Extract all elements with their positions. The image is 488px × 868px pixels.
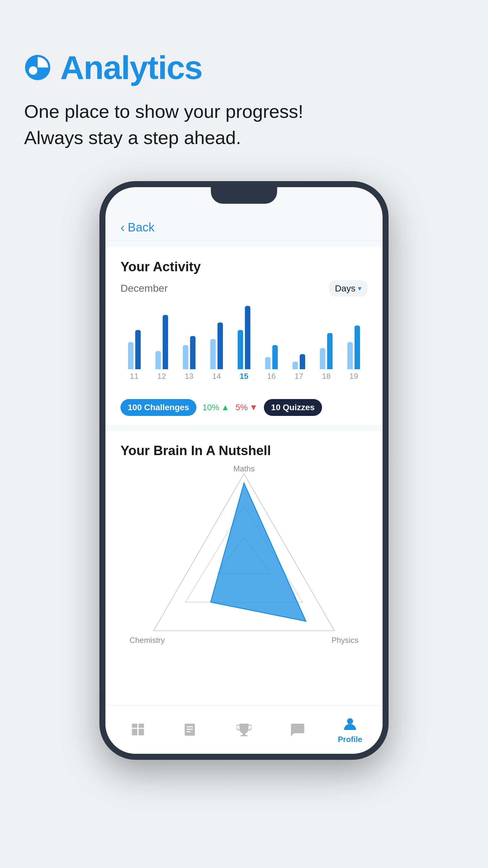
svg-rect-9 bbox=[138, 724, 144, 728]
svg-rect-11 bbox=[187, 729, 193, 730]
bar-group-14: 14 bbox=[206, 303, 227, 381]
phone-container: ‹ Back Your Activity December Days ▾ bbox=[0, 169, 488, 760]
triangle-chart: Maths Chemistry Physics bbox=[121, 464, 367, 645]
nav-item-book[interactable] bbox=[164, 721, 218, 738]
stats-row: 100 Challenges 10% ▲ 5% ▼ 10 Quizzes bbox=[105, 393, 383, 425]
page-title: Analytics bbox=[60, 48, 202, 87]
profile-icon bbox=[341, 715, 358, 733]
bar-dark bbox=[135, 330, 141, 369]
month-label: December bbox=[121, 282, 168, 294]
svg-rect-14 bbox=[240, 735, 248, 736]
days-selector[interactable]: Days ▾ bbox=[329, 280, 367, 297]
back-chevron-icon: ‹ bbox=[121, 220, 125, 235]
bar-group-17: 17 bbox=[288, 303, 310, 381]
bar-chart: 11 12 bbox=[121, 306, 367, 384]
change-up: 10% ▲ bbox=[202, 403, 230, 412]
svg-rect-7 bbox=[138, 729, 144, 735]
bar-light bbox=[156, 351, 161, 369]
bar-dark bbox=[218, 322, 223, 369]
chemistry-label: Chemistry bbox=[130, 636, 165, 645]
bar-light bbox=[347, 342, 353, 369]
bar-group-18: 18 bbox=[316, 303, 337, 381]
bar-label: 16 bbox=[267, 372, 276, 381]
bar-group-19: 19 bbox=[343, 303, 364, 381]
bar-label: 17 bbox=[295, 372, 303, 381]
bar-dark bbox=[190, 336, 195, 369]
challenges-badge: 100 Challenges bbox=[121, 399, 196, 416]
phone-notch bbox=[211, 187, 277, 204]
nav-item-trophy[interactable] bbox=[218, 721, 270, 738]
quizzes-badge: 10 Quizzes bbox=[264, 399, 322, 416]
phone-frame: ‹ Back Your Activity December Days ▾ bbox=[99, 181, 389, 760]
bar-dark bbox=[300, 354, 305, 369]
svg-point-1 bbox=[29, 66, 37, 75]
maths-label: Maths bbox=[233, 464, 255, 473]
bar-light bbox=[265, 357, 270, 369]
back-nav[interactable]: ‹ Back bbox=[105, 211, 383, 241]
bar-light bbox=[183, 345, 188, 369]
bar-light bbox=[210, 339, 216, 369]
bar-med bbox=[355, 326, 360, 369]
nav-item-profile[interactable]: Profile bbox=[324, 715, 377, 744]
header-subtitle: One place to show your progress! Always … bbox=[24, 98, 464, 151]
nav-item-home[interactable] bbox=[111, 721, 164, 738]
bar-group-13: 13 bbox=[178, 303, 200, 381]
bar-label: 18 bbox=[322, 372, 331, 381]
bar-label-active: 15 bbox=[240, 372, 249, 381]
brain-title: Your Brain In A Nutshell bbox=[121, 443, 367, 458]
bottom-nav: Profile bbox=[105, 706, 383, 754]
arrow-down-icon: ▼ bbox=[250, 403, 258, 412]
bar-light bbox=[293, 362, 298, 369]
bar-group-12: 12 bbox=[151, 303, 172, 381]
nav-item-chat[interactable] bbox=[270, 721, 324, 738]
svg-rect-6 bbox=[132, 729, 137, 735]
radar-chart-svg bbox=[121, 464, 367, 645]
back-label: Back bbox=[128, 221, 155, 234]
activity-section: Your Activity December Days ▾ bbox=[105, 247, 383, 393]
phone-screen: ‹ Back Your Activity December Days ▾ bbox=[105, 187, 383, 754]
bar-active bbox=[238, 330, 243, 369]
bar-light bbox=[320, 348, 325, 369]
bar-med bbox=[272, 345, 278, 369]
change-down: 5% ▼ bbox=[235, 403, 258, 412]
svg-rect-8 bbox=[132, 724, 137, 728]
activity-title: Your Activity bbox=[121, 259, 367, 274]
brain-section: Your Brain In A Nutshell Maths Che bbox=[105, 431, 383, 706]
period-label: Days bbox=[335, 283, 355, 293]
physics-label: Physics bbox=[331, 636, 358, 645]
svg-rect-10 bbox=[187, 726, 193, 727]
chevron-down-icon: ▾ bbox=[358, 284, 361, 293]
profile-nav-label: Profile bbox=[338, 735, 362, 744]
bar-dark bbox=[245, 306, 250, 369]
bar-label: 12 bbox=[157, 372, 166, 381]
bar-label: 11 bbox=[130, 372, 138, 381]
svg-point-15 bbox=[347, 718, 353, 724]
screen-content: ‹ Back Your Activity December Days ▾ bbox=[105, 187, 383, 754]
svg-marker-5 bbox=[210, 483, 306, 621]
trophy-icon bbox=[235, 721, 253, 738]
bar-dark bbox=[163, 315, 168, 369]
chat-icon bbox=[289, 721, 305, 738]
home-icon bbox=[130, 721, 147, 738]
book-icon bbox=[183, 721, 199, 738]
bar-label: 13 bbox=[185, 372, 193, 381]
bar-group-16: 16 bbox=[261, 303, 282, 381]
header-section: Analytics One place to show your progres… bbox=[0, 0, 488, 169]
title-row: Analytics bbox=[24, 48, 464, 87]
bar-group-15: 15 bbox=[233, 303, 255, 381]
svg-rect-12 bbox=[187, 731, 191, 732]
bar-label: 19 bbox=[350, 372, 358, 381]
bar-label: 14 bbox=[212, 372, 221, 381]
bar-group-11: 11 bbox=[124, 303, 145, 381]
svg-rect-13 bbox=[242, 733, 246, 735]
analytics-logo-icon bbox=[24, 54, 51, 81]
bar-med bbox=[327, 333, 332, 369]
activity-header: December Days ▾ bbox=[121, 280, 367, 297]
arrow-up-icon: ▲ bbox=[221, 403, 230, 412]
bar-light bbox=[128, 342, 133, 369]
